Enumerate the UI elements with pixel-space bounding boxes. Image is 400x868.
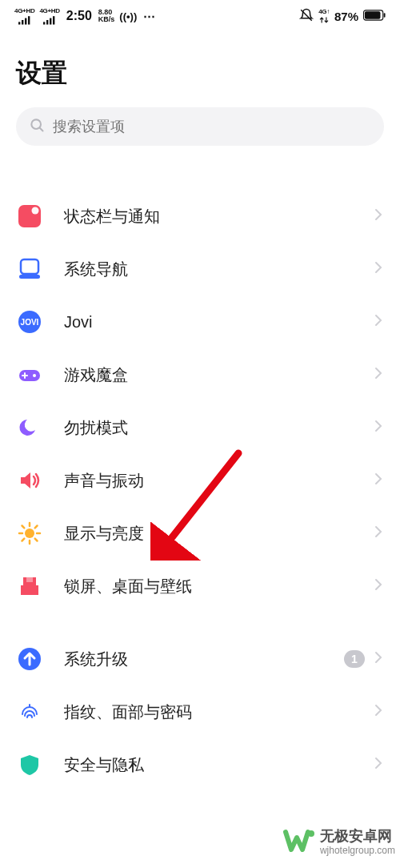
gamebox-icon [18, 363, 42, 387]
watermark-domain: wjhotelgroup.com [320, 843, 395, 858]
hotspot-icon: ((•)) [119, 10, 137, 22]
svg-rect-7 [53, 16, 54, 24]
signal-1: 4G+HD [14, 7, 34, 26]
svg-rect-1 [22, 20, 23, 25]
svg-rect-6 [50, 18, 51, 24]
svg-point-20 [25, 528, 34, 538]
svg-rect-4 [43, 22, 45, 24]
sound-icon [18, 468, 42, 492]
item-do-not-disturb[interactable]: 勿扰模式 [0, 401, 400, 454]
chevron-right-icon [374, 704, 382, 721]
item-system-upgrade[interactable]: 系统升级 1 [0, 633, 400, 685]
time: 2:50 [66, 9, 92, 23]
item-sound-vibration[interactable]: 声音与振动 [0, 454, 400, 507]
net-label-group: 4G↑ [318, 8, 330, 24]
search-box[interactable] [16, 107, 384, 146]
svg-text:JOVI: JOVI [21, 318, 39, 327]
page-title: 设置 [0, 32, 400, 107]
status-left: 4G+HD 4G+HD 2:50 8.80 KB/s ((•)) ⋯ [14, 7, 156, 26]
wallpaper-icon [18, 574, 42, 598]
svg-rect-10 [384, 13, 386, 18]
watermark-brand: 无极安卓网 [320, 829, 395, 843]
brightness-icon [18, 521, 42, 545]
item-display-brightness[interactable]: 显示与亮度 [0, 507, 400, 560]
item-label: 系统升级 [64, 649, 344, 670]
svg-point-13 [32, 207, 39, 215]
item-label: 指纹、面部与密码 [64, 701, 374, 723]
chevron-right-icon [374, 420, 382, 436]
status-bar: 4G+HD 4G+HD 2:50 8.80 KB/s ((•)) ⋯ 4G↑ [0, 0, 400, 32]
chevron-right-icon [374, 208, 382, 225]
svg-rect-5 [46, 20, 48, 25]
signal-bars-icon [18, 15, 31, 26]
upgrade-icon [18, 647, 42, 671]
item-label: 声音与振动 [64, 470, 374, 492]
signal-2: 4G+HD [39, 7, 59, 26]
settings-list: 状态栏与通知 系统导航 JOVI Jovi 游戏魔盒 勿扰模式 声音与振 [0, 162, 400, 799]
item-label: 系统导航 [64, 259, 374, 280]
chevron-right-icon [374, 757, 382, 774]
chevron-right-icon [374, 578, 382, 595]
net-arrows-icon [319, 16, 329, 24]
item-jovi[interactable]: JOVI Jovi [0, 295, 400, 348]
jovi-icon: JOVI [18, 310, 42, 334]
svg-rect-9 [365, 11, 381, 18]
item-lockscreen-wallpaper[interactable]: 锁屏、桌面与壁纸 [0, 560, 400, 613]
svg-rect-14 [21, 259, 38, 274]
dnd-icon [18, 416, 42, 440]
item-label: 锁屏、桌面与壁纸 [64, 576, 374, 597]
navigation-icon [18, 257, 42, 281]
chevron-right-icon [374, 472, 382, 489]
svg-rect-15 [19, 275, 40, 279]
battery-percent: 87% [334, 10, 358, 23]
chevron-right-icon [374, 525, 382, 542]
svg-rect-0 [18, 22, 20, 24]
item-label: 安全与隐私 [64, 754, 374, 776]
section-gap [0, 170, 400, 190]
item-fingerprint-face-password[interactable]: 指纹、面部与密码 [0, 685, 400, 738]
badge-count: 1 [344, 650, 365, 668]
chevron-right-icon [374, 367, 382, 384]
item-system-navigation[interactable]: 系统导航 [0, 243, 400, 295]
statusbar-icon [18, 204, 42, 228]
item-security-privacy[interactable]: 安全与隐私 [0, 738, 400, 791]
svg-rect-2 [25, 18, 26, 24]
search-icon [29, 117, 53, 136]
svg-point-22 [308, 830, 314, 837]
chevron-right-icon [374, 651, 382, 668]
net-label: 4G↑ [318, 8, 330, 16]
security-icon [18, 753, 42, 777]
item-game-box[interactable]: 游戏魔盒 [0, 348, 400, 401]
item-label: 游戏魔盒 [64, 364, 374, 386]
battery-icon [363, 10, 386, 23]
watermark-logo-icon [283, 828, 315, 858]
item-label: 勿扰模式 [64, 417, 374, 439]
item-label: Jovi [64, 313, 374, 332]
net-speed: 8.80 KB/s [98, 9, 115, 23]
fingerprint-icon [18, 700, 42, 724]
more-dots-icon: ⋯ [143, 9, 156, 23]
chevron-right-icon [374, 314, 382, 331]
svg-rect-3 [28, 16, 30, 24]
watermark-text: 无极安卓网 wjhotelgroup.com [320, 829, 395, 858]
status-right: 4G↑ 87% [299, 8, 386, 25]
net-speed-unit: KB/s [98, 16, 115, 23]
section-gap [0, 613, 400, 633]
signal-1-label: 4G+HD [14, 7, 34, 15]
search-input[interactable] [53, 119, 371, 135]
chevron-right-icon [374, 261, 382, 278]
signal-bars-icon [43, 15, 56, 26]
watermark: 无极安卓网 wjhotelgroup.com [283, 828, 395, 858]
svg-point-19 [33, 374, 36, 377]
item-statusbar-notifications[interactable]: 状态栏与通知 [0, 190, 400, 243]
item-label: 显示与亮度 [64, 523, 374, 545]
item-label: 状态栏与通知 [64, 206, 374, 227]
alarm-muted-icon [299, 8, 314, 25]
signal-2-label: 4G+HD [39, 7, 59, 15]
